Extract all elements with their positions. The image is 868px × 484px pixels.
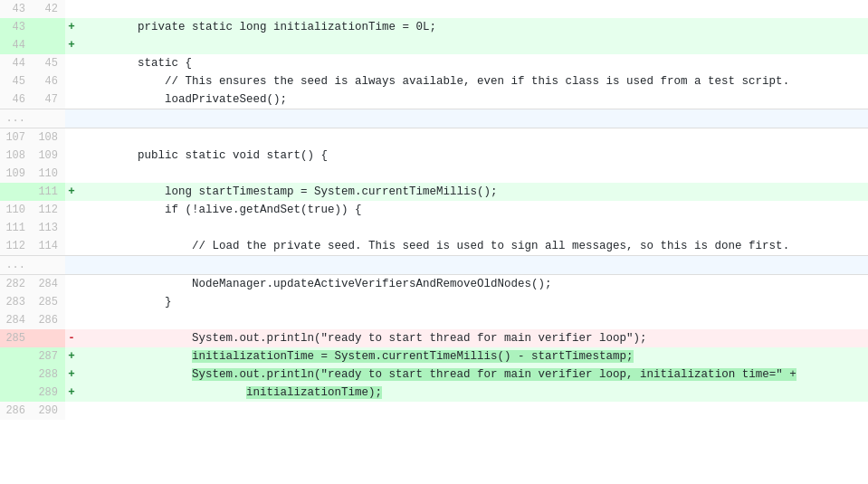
- line-num-old: ...: [0, 256, 33, 274]
- line-num-old: 112: [0, 237, 33, 255]
- diff-line: ...: [0, 255, 868, 275]
- line-num-old: 45: [0, 72, 33, 90]
- diff-marker: [65, 219, 78, 237]
- line-content: [78, 219, 868, 237]
- line-content: [78, 0, 868, 18]
- diff-marker: [65, 275, 78, 293]
- line-num-new: 111: [33, 183, 65, 201]
- line-content: [78, 311, 868, 329]
- line-num-old: 285: [0, 329, 33, 347]
- diff-marker: +: [65, 36, 78, 54]
- line-num-new: 42: [33, 0, 65, 18]
- line-num-new: [33, 256, 65, 274]
- diff-line: 107108: [0, 128, 868, 147]
- diff-line: 43+ private static long initializationTi…: [0, 18, 868, 36]
- line-num-new: 108: [33, 128, 65, 147]
- diff-marker: +: [65, 347, 78, 365]
- line-num-new: 109: [33, 147, 65, 165]
- diff-marker: [65, 0, 78, 18]
- line-num-old: 43: [0, 18, 33, 36]
- diff-line: 111113: [0, 219, 868, 237]
- diff-marker: -: [65, 329, 78, 347]
- line-num-new: 112: [33, 201, 65, 219]
- diff-line: 110112 if (!alive.getAndSet(true)) {: [0, 201, 868, 219]
- diff-line: 286290: [0, 402, 868, 420]
- line-content: [78, 165, 868, 183]
- line-content: [78, 256, 868, 274]
- line-num-new: [33, 329, 65, 347]
- diff-line: 108109 public static void start() {: [0, 147, 868, 165]
- line-content: System.out.println("ready to start threa…: [78, 329, 868, 347]
- line-content: // Load the private seed. This seed is u…: [78, 237, 868, 255]
- line-content: initializationTime);: [78, 384, 868, 402]
- diff-marker: [65, 147, 78, 165]
- diff-line: 4342: [0, 0, 868, 18]
- line-content: NodeManager.updateActiveVerifiersAndRemo…: [78, 275, 868, 293]
- diff-marker: +: [65, 18, 78, 36]
- diff-line: 112114 // Load the private seed. This se…: [0, 237, 868, 255]
- line-num-new: 46: [33, 72, 65, 90]
- line-num-old: [0, 365, 33, 384]
- line-num-old: 282: [0, 275, 33, 293]
- line-content: // This ensures the seed is always avail…: [78, 72, 868, 90]
- diff-marker: [65, 237, 78, 255]
- line-num-new: 284: [33, 275, 65, 293]
- diff-line: 288+ System.out.println("ready to start …: [0, 365, 868, 384]
- diff-line: 4546 // This ensures the seed is always …: [0, 72, 868, 90]
- diff-line: 4445 static {: [0, 54, 868, 72]
- line-num-old: 44: [0, 54, 33, 72]
- diff-marker: [65, 128, 78, 147]
- line-num-new: [33, 18, 65, 36]
- line-num-new: 114: [33, 237, 65, 255]
- line-content: initializationTime = System.currentTimeM…: [78, 347, 868, 365]
- diff-marker: [65, 256, 78, 274]
- line-num-old: 43: [0, 0, 33, 18]
- line-num-new: 113: [33, 219, 65, 237]
- line-num-old: 44: [0, 36, 33, 54]
- highlight-span: initializationTime);: [246, 386, 382, 399]
- diff-line: ...: [0, 109, 868, 128]
- line-num-new: [33, 36, 65, 54]
- diff-marker: [65, 293, 78, 311]
- line-num-old: 284: [0, 311, 33, 329]
- line-num-new: 287: [33, 347, 65, 365]
- line-num-old: 286: [0, 402, 33, 420]
- line-num-old: 108: [0, 147, 33, 165]
- line-num-new: 288: [33, 365, 65, 384]
- diff-marker: [65, 201, 78, 219]
- line-num-old: [0, 347, 33, 365]
- highlight-span: initializationTime = System.currentTimeM…: [192, 350, 634, 363]
- line-num-old: 107: [0, 128, 33, 147]
- line-content: loadPrivateSeed();: [78, 90, 868, 109]
- line-num-new: 289: [33, 384, 65, 402]
- line-content: [78, 402, 868, 420]
- line-content: if (!alive.getAndSet(true)) {: [78, 201, 868, 219]
- diff-line: 289+ initializationTime);: [0, 384, 868, 402]
- diff-line: 284286: [0, 311, 868, 329]
- diff-line: 109110: [0, 165, 868, 183]
- line-num-old: 110: [0, 201, 33, 219]
- diff-marker: [65, 311, 78, 329]
- diff-marker: +: [65, 365, 78, 384]
- line-content: [78, 128, 868, 147]
- diff-line: 283285 }: [0, 293, 868, 311]
- line-num-old: 46: [0, 90, 33, 109]
- line-content: private static long initializationTime =…: [78, 18, 868, 36]
- line-num-old: [0, 183, 33, 201]
- line-content: [78, 36, 868, 54]
- line-num-new: 286: [33, 311, 65, 329]
- line-num-new: 285: [33, 293, 65, 311]
- diff-marker: [65, 402, 78, 420]
- line-content: System.out.println("ready to start threa…: [78, 365, 868, 384]
- diff-container: 434243+ private static long initializati…: [0, 0, 868, 484]
- line-num-new: 45: [33, 54, 65, 72]
- diff-marker: +: [65, 183, 78, 201]
- line-num-old: [0, 384, 33, 402]
- diff-line: 4647 loadPrivateSeed();: [0, 90, 868, 109]
- diff-marker: [65, 90, 78, 109]
- line-content: [78, 109, 868, 128]
- diff-marker: [65, 109, 78, 128]
- line-content: long startTimestamp = System.currentTime…: [78, 183, 868, 201]
- line-num-old: 109: [0, 165, 33, 183]
- diff-marker: [65, 72, 78, 90]
